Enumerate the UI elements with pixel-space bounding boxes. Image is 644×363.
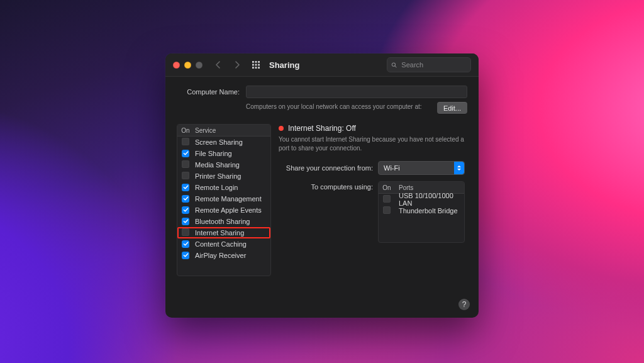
ports-list: On Ports USB 10/100/1000 LANThunderbolt … — [378, 181, 465, 243]
to-computers-row: To computers using: On Ports USB 10/100/… — [279, 181, 465, 243]
status-indicator-off-icon — [279, 126, 284, 131]
computer-name-subtext: Computers on your local network can acce… — [246, 102, 431, 110]
detail-pane: Internet Sharing: Off You cannot start I… — [279, 124, 467, 276]
services-header: On Service — [177, 125, 270, 137]
svg-rect-4 — [255, 64, 257, 66]
service-row[interactable]: Remote Apple Events — [177, 204, 270, 216]
edit-button[interactable]: Edit... — [437, 102, 467, 114]
service-checkbox[interactable] — [182, 195, 189, 203]
search-field[interactable] — [387, 57, 471, 72]
service-row[interactable]: Content Caching — [177, 238, 270, 250]
service-checkbox[interactable] — [182, 172, 189, 179]
service-row[interactable]: Bluetooth Sharing — [177, 216, 270, 227]
service-checkbox[interactable] — [182, 138, 189, 145]
system-preferences-window: Sharing Computer Name: Computers on your… — [165, 53, 479, 318]
services-header-on: On — [177, 127, 194, 134]
port-checkbox[interactable] — [383, 195, 391, 203]
svg-rect-3 — [252, 64, 254, 66]
svg-rect-6 — [252, 67, 254, 69]
service-label: Remote Login — [194, 184, 270, 191]
computer-name-row: Computer Name: — [177, 86, 467, 98]
port-row[interactable]: Thunderbolt Bridge — [379, 205, 464, 216]
help-button[interactable]: ? — [458, 299, 470, 310]
service-label: Remote Apple Events — [194, 206, 270, 214]
service-checkbox[interactable] — [182, 206, 189, 214]
traffic-lights — [173, 62, 203, 69]
ports-header-ports: Ports — [395, 184, 464, 191]
port-row[interactable]: USB 10/100/1000 LAN — [379, 194, 464, 205]
service-checkbox[interactable] — [182, 252, 189, 259]
services-list: On Service Screen SharingFile SharingMed… — [177, 124, 271, 276]
computer-name-field[interactable] — [246, 86, 467, 98]
show-all-button[interactable] — [249, 58, 263, 72]
port-label: Thunderbolt Bridge — [395, 207, 464, 215]
service-row[interactable]: Internet Sharing — [177, 227, 270, 238]
svg-rect-2 — [258, 61, 260, 63]
svg-rect-8 — [258, 67, 260, 69]
status-line: Internet Sharing: Off — [279, 124, 465, 133]
ports-header-on: On — [379, 184, 395, 191]
close-icon[interactable] — [173, 62, 180, 69]
status-desc: You cannot start Internet Sharing becaus… — [279, 135, 465, 152]
service-label: Printer Sharing — [194, 172, 270, 180]
page-title: Sharing — [269, 60, 299, 70]
titlebar: Sharing — [165, 53, 479, 77]
svg-line-10 — [395, 65, 396, 67]
svg-rect-0 — [252, 61, 254, 63]
split-pane: On Service Screen SharingFile SharingMed… — [177, 124, 467, 276]
help-icon: ? — [462, 300, 467, 309]
service-row[interactable]: Screen Sharing — [177, 137, 270, 148]
service-row[interactable]: Printer Sharing — [177, 170, 270, 182]
svg-rect-5 — [258, 64, 260, 66]
share-from-row: Share your connection from: Wi-Fi — [279, 161, 465, 175]
service-row[interactable]: Remote Management — [177, 193, 270, 204]
content-area: Computer Name: Computers on your local n… — [165, 77, 479, 282]
services-header-service: Service — [194, 127, 270, 134]
service-checkbox[interactable] — [182, 228, 189, 236]
service-label: Screen Sharing — [194, 138, 270, 146]
port-label: USB 10/100/1000 LAN — [395, 192, 464, 207]
service-row[interactable]: AirPlay Receiver — [177, 250, 270, 261]
forward-button[interactable] — [230, 58, 244, 72]
back-button[interactable] — [211, 58, 225, 72]
service-label: AirPlay Receiver — [194, 252, 270, 259]
computer-name-subtext-row: Computers on your local network can acce… — [177, 102, 467, 114]
service-label: Bluetooth Sharing — [194, 218, 270, 225]
service-checkbox[interactable] — [182, 150, 189, 157]
computer-name-label: Computer Name: — [177, 88, 240, 96]
share-from-select[interactable]: Wi-Fi — [378, 161, 465, 175]
service-checkbox[interactable] — [182, 184, 189, 191]
service-label: Media Sharing — [194, 161, 270, 169]
desktop-wallpaper: Sharing Computer Name: Computers on your… — [0, 0, 644, 363]
service-checkbox[interactable] — [182, 218, 189, 225]
zoom-icon[interactable] — [196, 62, 203, 69]
minimize-icon[interactable] — [184, 62, 191, 69]
svg-rect-7 — [255, 67, 257, 69]
port-checkbox[interactable] — [383, 206, 391, 214]
service-row[interactable]: File Sharing — [177, 148, 270, 159]
service-row[interactable]: Media Sharing — [177, 159, 270, 170]
to-computers-label: To computers using: — [279, 181, 373, 191]
service-label: File Sharing — [194, 150, 270, 157]
service-checkbox[interactable] — [182, 160, 189, 168]
select-stepper-icon — [454, 162, 464, 174]
search-input[interactable] — [400, 60, 467, 69]
service-row[interactable]: Remote Login — [177, 182, 270, 193]
status-title: Internet Sharing: Off — [288, 124, 356, 133]
share-from-value: Wi-Fi — [384, 164, 400, 172]
share-from-label: Share your connection from: — [279, 164, 373, 172]
service-label: Content Caching — [194, 240, 270, 248]
svg-rect-1 — [255, 61, 257, 63]
search-icon — [391, 62, 397, 69]
service-label: Remote Management — [194, 195, 270, 203]
service-label: Internet Sharing — [194, 229, 270, 237]
service-checkbox[interactable] — [182, 240, 189, 248]
